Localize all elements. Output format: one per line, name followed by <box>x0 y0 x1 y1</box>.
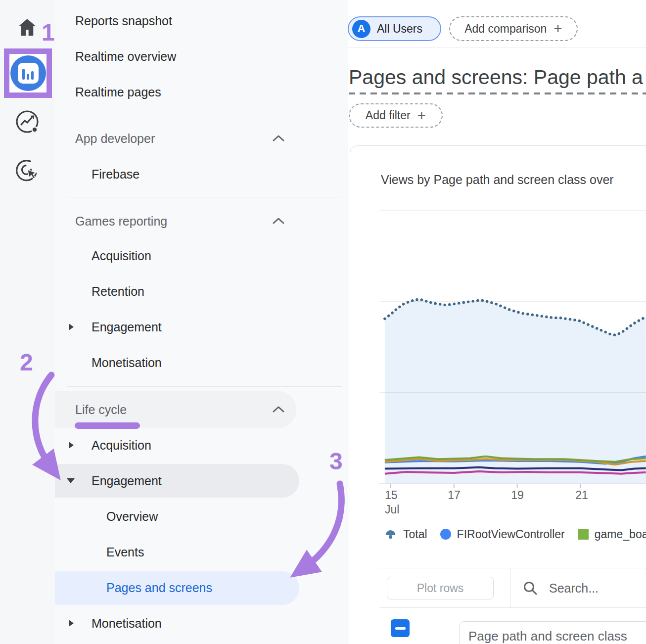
advertising-icon <box>14 157 41 184</box>
x-tick-17: 17 <box>447 489 461 502</box>
sidebar-item-realtime-overview[interactable]: Realtime overview <box>55 39 348 74</box>
sidebar-item-firebase[interactable]: Firebase <box>55 156 348 192</box>
explore-icon <box>14 109 40 135</box>
all-users-segment-chip[interactable]: A All Users <box>348 16 441 41</box>
sidebar-item-games-engagement[interactable]: Engagement <box>55 309 348 345</box>
total-area-fill <box>385 300 646 484</box>
expand-right-icon[interactable] <box>68 441 75 450</box>
home-icon <box>16 16 39 39</box>
sidebar-section-life-cycle[interactable]: Life cycle <box>55 392 348 427</box>
sidebar-item-lifecycle-monetisation[interactable]: Monetisation <box>55 605 348 641</box>
legend-item-game-board[interactable]: game_boa <box>578 528 646 541</box>
blue-circle-swatch <box>440 529 451 540</box>
x-tick-21: 21 <box>574 489 589 502</box>
search-placeholder: Search... <box>549 581 599 596</box>
segment-avatar: A <box>352 20 370 38</box>
sidebar-item-games-acquisition[interactable]: Acquisition <box>55 238 348 274</box>
nav-rail <box>0 0 54 644</box>
expand-right-icon[interactable] <box>68 322 75 331</box>
sidebar-divider <box>67 386 342 387</box>
sidebar-item-engagement-events[interactable]: Events <box>55 534 348 570</box>
sidebar-item-reports-snapshot[interactable]: Reports snapshot <box>55 3 348 39</box>
plus-icon: + <box>554 21 562 36</box>
sidebar-item-lifecycle-engagement[interactable]: Engagement <box>55 463 348 499</box>
x-tick-19: 19 <box>510 489 525 502</box>
advertising-nav-button[interactable] <box>0 157 54 184</box>
sidebar-divider <box>67 115 342 115</box>
sidebar-section-games-reporting[interactable]: Games reporting <box>55 203 348 239</box>
add-comparison-button[interactable]: Add comparison + <box>449 16 578 41</box>
toolbar-vertical-divider <box>510 568 511 607</box>
plus-icon: + <box>417 108 426 123</box>
search-icon <box>522 580 538 596</box>
sidebar-section-app-developer[interactable]: App developer <box>55 121 348 156</box>
sidebar-item-engagement-overview[interactable]: Overview <box>55 499 348 534</box>
chevron-up-icon[interactable] <box>271 405 286 414</box>
reports-icon[interactable] <box>10 55 46 91</box>
title-dashed-underline <box>349 92 646 94</box>
sidebar-item-realtime-pages[interactable]: Realtime pages <box>55 74 348 110</box>
table-search-input[interactable]: Search... <box>522 574 646 602</box>
views-over-time-chart[interactable] <box>350 203 646 500</box>
sidebar-item-pages-and-screens[interactable]: Pages and screens <box>55 570 348 605</box>
chart-title: Views by Page path and screen class over <box>381 173 646 187</box>
total-fan-icon <box>384 528 397 541</box>
collapse-down-icon[interactable] <box>66 477 76 484</box>
reports-sidebar: Reports snapshot Realtime overview Realt… <box>55 0 348 644</box>
sidebar-item-games-monetisation[interactable]: Monetisation <box>55 345 348 380</box>
green-square-swatch <box>578 529 589 540</box>
legend-item-firootviewcontroller[interactable]: FIRootViewController <box>440 528 565 541</box>
sidebar-item-games-retention[interactable]: Retention <box>55 274 348 309</box>
chevron-up-icon[interactable] <box>271 216 286 226</box>
dimension-header-select[interactable]: Page path and screen class <box>459 621 646 644</box>
header-divider <box>348 47 646 47</box>
page-title: Pages and screens: Page path a <box>349 66 646 92</box>
indeterminate-dash-icon <box>395 627 406 630</box>
explore-nav-button[interactable] <box>0 109 54 135</box>
chevron-up-icon[interactable] <box>271 134 286 143</box>
toolbar-top-border <box>379 568 646 568</box>
step-3-label: 3 <box>329 448 343 475</box>
toolbar-bottom-border <box>379 607 646 608</box>
expand-right-icon[interactable] <box>68 619 75 628</box>
legend-item-total[interactable]: Total <box>384 528 427 541</box>
sidebar-item-lifecycle-acquisition[interactable]: Acquisition <box>55 427 348 463</box>
step-2-label: 2 <box>20 349 33 376</box>
bar-chart-icon <box>18 63 39 84</box>
reports-nav-highlight-box[interactable] <box>4 48 52 98</box>
x-tick-15: 15 Jul <box>385 489 399 516</box>
plot-rows-button[interactable]: Plot rows <box>387 577 494 599</box>
step-1-label: 1 <box>42 19 55 46</box>
add-filter-button[interactable]: Add filter + <box>349 103 443 128</box>
sidebar-divider <box>67 197 342 197</box>
chart-legend: Total FIRootViewController game_boa <box>384 526 646 543</box>
select-all-checkbox-indeterminate[interactable] <box>391 619 410 637</box>
